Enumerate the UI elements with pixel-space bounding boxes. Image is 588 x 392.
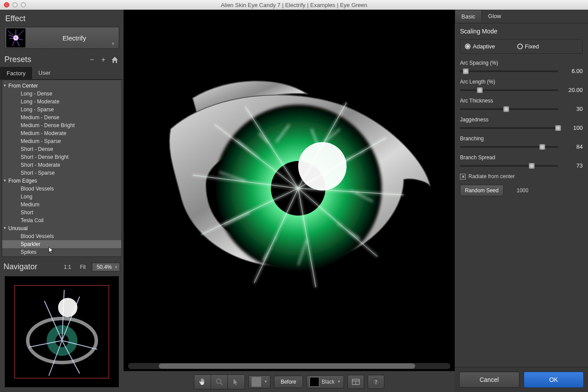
split-view-button[interactable] bbox=[347, 375, 364, 389]
scaling-mode-group: Adaptive Fixed bbox=[460, 39, 583, 54]
preset-group[interactable]: Unusual bbox=[2, 224, 121, 232]
help-button[interactable]: ? bbox=[368, 375, 384, 389]
preset-group[interactable]: From Edges bbox=[2, 177, 121, 185]
slider-label: Arc Thickness bbox=[460, 98, 583, 104]
radio-adaptive[interactable]: Adaptive bbox=[465, 43, 495, 50]
tab-glow[interactable]: Glow bbox=[482, 10, 508, 23]
settings-panel: Basic Glow Scaling Mode Adaptive Fixed A… bbox=[455, 10, 588, 392]
tab-basic[interactable]: Basic bbox=[455, 10, 482, 23]
scaling-heading: Scaling Mode bbox=[460, 28, 583, 35]
slider-track[interactable] bbox=[460, 89, 558, 91]
slider-knob[interactable] bbox=[539, 144, 545, 150]
effect-picker[interactable]: Electrify ▼ bbox=[4, 27, 119, 49]
titlebar: Alien Skin Eye Candy 7 | Electrify | Exa… bbox=[0, 0, 588, 10]
zoom-dropdown[interactable]: 50.4% bbox=[92, 263, 120, 271]
checkbox-icon: ✕ bbox=[460, 174, 466, 180]
settings-tabs: Basic Glow bbox=[455, 10, 588, 23]
ok-button[interactable]: OK bbox=[524, 372, 584, 388]
slider-knob[interactable] bbox=[503, 106, 509, 112]
seed-value: 1000 bbox=[517, 187, 529, 194]
preset-item[interactable]: Medium - Dense Bright bbox=[2, 121, 121, 129]
pointer-tool[interactable] bbox=[228, 375, 245, 389]
preset-item[interactable]: Short - Moderate bbox=[2, 161, 121, 169]
cancel-button[interactable]: Cancel bbox=[459, 372, 519, 388]
slider-value[interactable]: 73 bbox=[562, 162, 583, 169]
preset-item[interactable]: Short - Sparse bbox=[2, 169, 121, 177]
slider-knob[interactable] bbox=[463, 68, 469, 74]
home-icon[interactable] bbox=[110, 55, 119, 64]
preset-item[interactable]: Blood Vessels bbox=[2, 185, 121, 193]
preset-item[interactable]: Tesla Coil bbox=[2, 216, 121, 224]
slider-jaggedness: Jaggedness100 bbox=[460, 117, 583, 131]
horizontal-scrollbar[interactable] bbox=[128, 363, 450, 369]
zoom-1to1-button[interactable]: 1:1 bbox=[61, 263, 74, 271]
tab-user[interactable]: User bbox=[32, 67, 56, 79]
zoom-fit-button[interactable]: Fit bbox=[77, 263, 88, 271]
preset-item[interactable]: Short bbox=[2, 209, 121, 216]
slider-value[interactable]: 20.00 bbox=[562, 87, 583, 93]
preset-item[interactable]: Blood Vessels bbox=[2, 232, 121, 240]
preset-item[interactable]: Long - Dense bbox=[2, 90, 121, 98]
effect-name: Electrify bbox=[30, 34, 119, 42]
navigator-header: Navigator 1:1 Fit 50.4% bbox=[0, 260, 124, 273]
chevron-down-icon: ▼ bbox=[111, 41, 115, 46]
slider-value[interactable]: 100 bbox=[562, 125, 583, 131]
slider-track[interactable] bbox=[460, 165, 558, 167]
slider-track[interactable] bbox=[460, 108, 558, 110]
slider-arc-thickness: Arc Thickness30 bbox=[460, 98, 583, 112]
random-seed-button[interactable]: Random Seed bbox=[460, 185, 504, 196]
preset-item[interactable]: Medium bbox=[2, 201, 121, 209]
slider-knob[interactable] bbox=[555, 125, 561, 131]
chevron-down-icon: ▼ bbox=[264, 380, 267, 384]
preset-item[interactable]: Tesla Coil bbox=[2, 256, 121, 257]
preset-tree[interactable]: From CenterLong - DenseLong - ModerateLo… bbox=[2, 80, 122, 257]
navigator-viewport[interactable] bbox=[15, 285, 109, 378]
add-preset-button[interactable]: + bbox=[99, 55, 108, 64]
radiate-label: Radiate from center bbox=[468, 173, 515, 180]
slider-knob[interactable] bbox=[529, 163, 535, 169]
left-panel: Effect Electrify ▼ Presets − + bbox=[0, 10, 124, 392]
preset-item[interactable]: Short - Dense Bright bbox=[2, 153, 121, 161]
preset-item[interactable]: Long - Sparse bbox=[2, 106, 121, 114]
slider-label: Arc Length (%) bbox=[460, 79, 583, 85]
radiate-checkbox[interactable]: ✕ Radiate from center bbox=[460, 173, 583, 180]
slider-track[interactable] bbox=[460, 146, 558, 148]
radio-fixed-label: Fixed bbox=[525, 43, 539, 50]
remove-preset-button[interactable]: − bbox=[88, 55, 96, 64]
preset-group[interactable]: From Center bbox=[2, 82, 121, 90]
preset-item[interactable]: Medium - Sparse bbox=[2, 137, 121, 145]
navigator-preview[interactable] bbox=[4, 276, 119, 388]
preset-item[interactable]: Long - Moderate bbox=[2, 98, 121, 106]
slider-value[interactable]: 84 bbox=[562, 143, 583, 150]
slider-knob[interactable] bbox=[477, 87, 483, 93]
scrollbar-thumb[interactable] bbox=[159, 363, 415, 369]
preset-item[interactable]: Long bbox=[2, 193, 121, 201]
preset-item[interactable]: Short - Dense bbox=[2, 145, 121, 153]
pan-tool[interactable] bbox=[194, 375, 211, 389]
preview-image bbox=[140, 63, 439, 309]
preset-item[interactable]: Sparkler bbox=[2, 240, 121, 248]
slider-label: Jaggedness bbox=[460, 117, 583, 123]
preset-item[interactable]: Medium - Moderate bbox=[2, 129, 121, 137]
slider-track[interactable] bbox=[460, 127, 558, 129]
canvas-area: ▼ Before Black ▼ ? bbox=[124, 10, 455, 392]
radio-fixed[interactable]: Fixed bbox=[517, 43, 539, 50]
preset-item[interactable]: Medium - Dense bbox=[2, 114, 121, 121]
swatch-picker[interactable]: ▼ bbox=[248, 375, 270, 388]
effect-heading: Effect bbox=[5, 14, 118, 23]
preview-canvas[interactable] bbox=[124, 10, 455, 362]
before-button[interactable]: Before bbox=[274, 376, 303, 388]
zoom-tool[interactable] bbox=[211, 375, 228, 389]
radio-adaptive-label: Adaptive bbox=[473, 43, 495, 50]
tab-factory[interactable]: Factory bbox=[0, 67, 32, 79]
background-picker[interactable]: Black ▼ bbox=[307, 375, 344, 388]
slider-track[interactable] bbox=[460, 70, 558, 72]
navigator-heading: Navigator bbox=[4, 262, 58, 271]
electrify-icon bbox=[7, 29, 25, 47]
slider-value[interactable]: 6.00 bbox=[562, 68, 583, 74]
slider-value[interactable]: 30 bbox=[562, 106, 583, 112]
slider-label: Branching bbox=[460, 136, 583, 142]
slider-arc-spacing-: Arc Spacing (%)6.00 bbox=[460, 60, 583, 74]
preset-item[interactable]: Spikes bbox=[2, 248, 121, 256]
tool-group-nav bbox=[194, 374, 245, 389]
